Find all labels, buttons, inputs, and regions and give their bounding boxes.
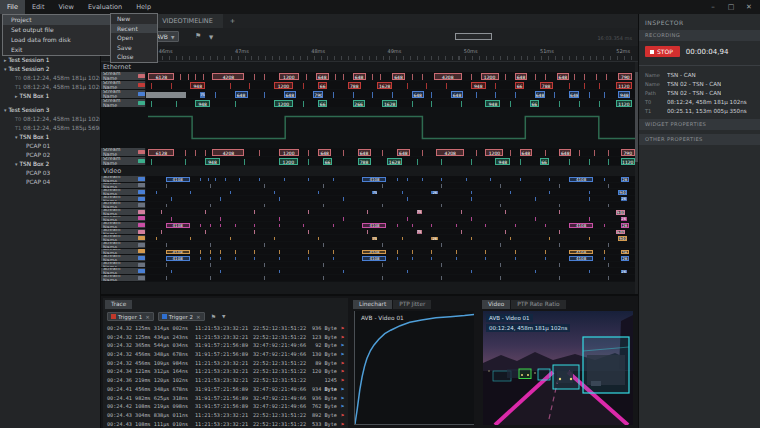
frame-block[interactable]: 648 (358, 149, 371, 156)
stream-name-label[interactable]: Stream Name (101, 268, 146, 274)
stream-name-label[interactable]: Stream Name (101, 262, 146, 268)
frame-block[interactable]: 4208 (212, 73, 244, 80)
stream-row[interactable]: Stream Name75940 (101, 229, 638, 236)
frame-block[interactable]: 66 (318, 100, 327, 107)
frame-block[interactable]: 66 (515, 82, 524, 89)
trace-row[interactable]: 00:24.41 982ms 625µs 318ns31:91:57:21:56… (107, 394, 346, 403)
stream-row[interactable]: Stream Name (101, 242, 638, 249)
tree-item[interactable]: PCAP 04 (0, 178, 100, 187)
stream-name-label[interactable]: Stream Name (101, 209, 146, 215)
stream-name-label[interactable]: Stream Name (101, 72, 146, 80)
frame-block[interactable]: 648 (316, 73, 329, 80)
frame-block[interactable]: 66 (318, 82, 327, 89)
tab-linechart[interactable]: Linechart (353, 300, 392, 309)
frame-block[interactable]: 948 (195, 100, 210, 107)
stream-name-label[interactable]: Stream Name (101, 249, 146, 255)
stream-name-label[interactable]: Stream Name (101, 202, 146, 208)
trace-row[interactable]: 00:24.43 304ms 838µs 011ns11:21:53:23:32… (107, 411, 346, 420)
other-properties-header[interactable]: OTHER PROPERTIES (639, 134, 760, 145)
frame-block[interactable]: 66 (530, 100, 539, 107)
tree-item[interactable]: PCAP 02 (0, 151, 100, 160)
stream-row[interactable]: Stream Name75648648790648648648648948 (101, 90, 638, 99)
filter-chip-trigger-1[interactable]: Trigger 1× (107, 312, 154, 321)
frame-block[interactable]: 26 (621, 270, 627, 274)
frame-block[interactable]: 4208 (436, 149, 464, 156)
frame-block[interactable]: 1120 (621, 158, 635, 165)
stream-row[interactable]: Stream Name7526940 (101, 235, 638, 242)
stream-row[interactable]: Stream Name26 (101, 268, 638, 275)
ruler-viewport-indicator[interactable] (455, 33, 492, 40)
frame-block[interactable]: 948 (471, 82, 486, 89)
frame-block[interactable]: 266 (353, 100, 365, 107)
frame-block[interactable]: 75 (372, 191, 377, 195)
frame-block[interactable]: 4208 (434, 73, 462, 80)
frame-block[interactable]: 4108 (362, 177, 386, 182)
frame-block[interactable]: 790 (618, 73, 632, 80)
filter-icon[interactable]: ▼ (222, 314, 225, 319)
frame-block[interactable]: 4208 (212, 149, 244, 156)
frame-block[interactable]: 75 (417, 230, 422, 234)
stream-name-label[interactable]: Stream Name (101, 81, 146, 89)
chip-remove-icon[interactable]: × (145, 314, 150, 320)
trace-row[interactable]: 00:24.41 456ms 348µs 678ns31:91:57:21:56… (107, 385, 346, 394)
frame-block[interactable]: 648 (520, 149, 532, 156)
frame-block[interactable]: 26 (621, 217, 627, 221)
frame-block[interactable]: 6128 (148, 149, 174, 156)
stream-name-label[interactable]: Stream Name (101, 235, 146, 241)
tree-item[interactable]: T008:12:24, 458m 181µ 102ns (0, 74, 100, 83)
frame-block[interactable]: 648 (284, 91, 296, 98)
frame-block[interactable]: 648 (412, 91, 424, 98)
tree-item[interactable]: T108:12:24, 458m 185µ 569ns (0, 124, 100, 133)
frame-block[interactable]: 26 (431, 191, 438, 195)
stream-row[interactable]: Stream Name41084108410826 (101, 176, 638, 183)
frame-block[interactable]: 4108 (362, 223, 386, 228)
frame-block[interactable]: 948 (618, 91, 630, 98)
frame-block[interactable]: 648 (535, 91, 545, 98)
stream-row[interactable]: Stream Name41084108410826 (101, 249, 638, 256)
close-icon[interactable]: ✕ (740, 0, 758, 14)
filter-chip-trigger-2[interactable]: Trigger 2× (158, 312, 205, 321)
submenu-item-close[interactable]: Close (111, 52, 157, 62)
stream-name-label[interactable]: Stream Name (101, 189, 146, 195)
stream-row[interactable]: Stream Name41084108410826 (101, 222, 638, 229)
stream-name-label[interactable]: Stream Name (101, 242, 146, 248)
flag-icon[interactable]: ⚑ (195, 32, 201, 40)
tab-ptp-rate-ratio[interactable]: PTP Rate Ratio (511, 300, 565, 309)
minimize-icon[interactable]: – (704, 0, 722, 14)
stream-row[interactable]: Stream Name61284208120064864864842081200… (101, 148, 638, 157)
stream-name-label[interactable]: Stream Name (101, 216, 146, 222)
stream-row[interactable]: Stream Name (101, 202, 638, 209)
stream-row[interactable]: Stream Name9481200667881628948667881120 (101, 81, 638, 90)
frame-block[interactable]: 648 (559, 149, 571, 156)
stream-name-label[interactable]: Stream Name (101, 196, 146, 202)
frame-block[interactable]: 4108 (569, 177, 593, 182)
frame-block[interactable]: 6128 (148, 73, 174, 80)
tree-item[interactable]: ▾TSN Box 2 (0, 160, 100, 169)
trace-row[interactable]: 00:24.36 219ms 120µs 102ns11:21:53:23:32… (107, 376, 346, 385)
frame-block[interactable]: 1200 (279, 158, 298, 165)
frame-block[interactable]: 26 (621, 223, 629, 228)
frame-block[interactable]: 4108 (166, 177, 190, 182)
frame-block[interactable]: 790 (313, 91, 323, 98)
stream-name-label[interactable]: Stream Name (101, 183, 146, 189)
tree-item[interactable]: PCAP 03 (0, 169, 100, 178)
frame-block[interactable]: 648 (235, 91, 248, 98)
stream-name-label[interactable]: Stream Name (101, 176, 146, 182)
chip-remove-icon[interactable]: × (196, 314, 201, 320)
frame-block[interactable]: 75 (372, 237, 377, 241)
tab-video[interactable]: Video (482, 300, 510, 309)
stream-name-label[interactable]: Stream Name (101, 99, 146, 107)
trace-row[interactable]: 00:24.32 365ms 544µs 034ns31:91:57:21:56… (107, 341, 346, 350)
frame-block[interactable]: 1628 (377, 82, 392, 89)
stream-row[interactable]: Stream Name41084108410826 (101, 255, 638, 262)
frame-block[interactable]: 1200 (481, 73, 499, 80)
stream-name-label[interactable]: Stream Name (101, 90, 146, 98)
frame-block[interactable]: 648 (397, 149, 410, 156)
frame-block[interactable]: 648 (515, 73, 527, 80)
frame-block[interactable]: 788 (540, 82, 553, 89)
stream-row[interactable]: Stream Name26 (101, 196, 638, 203)
trace-row[interactable]: 00:24.42 108ms 219µs 098ns31:91:57:21:56… (107, 402, 346, 411)
frame-block[interactable]: 648 (392, 73, 405, 80)
menu-evaluation[interactable]: Evaluation (81, 0, 129, 14)
stream-row[interactable]: Stream Name75940 (101, 209, 638, 216)
